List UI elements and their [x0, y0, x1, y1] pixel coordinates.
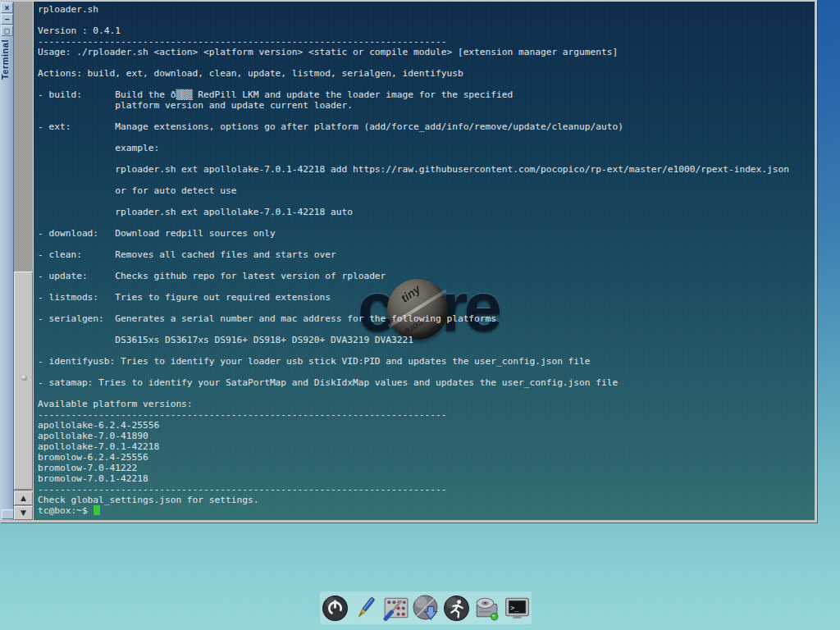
scrollbar-thumb-dimple — [21, 375, 27, 381]
terminal-output: rploader.sh Version : 0.4.1 ------------… — [38, 4, 789, 505]
window-close-button[interactable]: × — [1, 2, 13, 13]
scrollbar-up-arrow[interactable]: ▲ — [14, 491, 33, 505]
scrollbar-thumb[interactable] — [14, 272, 33, 490]
terminal-window: × − □ Terminal ▲ ▼ c tiny core — [0, 0, 817, 523]
window-maximize-button[interactable]: □ — [1, 25, 13, 36]
terminal-screen[interactable]: c tiny core re rploader.sh Version : 0.4… — [34, 2, 815, 520]
terminal-icon[interactable]: >_ — [503, 594, 532, 623]
window-title: Terminal — [0, 39, 14, 80]
window-iconify-button[interactable]: − — [1, 14, 13, 25]
mount-drive-icon[interactable] — [472, 594, 501, 623]
apps-download-icon[interactable] — [412, 594, 441, 623]
run-program-icon[interactable] — [442, 594, 471, 623]
wbar-dock: >_ — [320, 591, 532, 624]
window-titlebar[interactable]: × − □ Terminal — [0, 2, 14, 520]
window-resize-button[interactable] — [2, 509, 14, 519]
scrollbar-down-arrow[interactable]: ▼ — [14, 506, 33, 520]
terminal-cursor — [94, 505, 100, 515]
terminal-prompt-row: tc@box:~$ — [38, 505, 100, 516]
desktop-background: × − □ Terminal ▲ ▼ c tiny core — [0, 0, 840, 630]
power-exit-icon[interactable] — [321, 594, 349, 623]
shell-prompt: tc@box:~$ — [38, 505, 88, 516]
control-panel-icon[interactable] — [381, 594, 410, 623]
svg-text:>_: >_ — [510, 603, 518, 611]
terminal-scrollbar[interactable]: ▲ ▼ — [14, 2, 34, 520]
editor-pen-icon[interactable] — [351, 594, 380, 623]
